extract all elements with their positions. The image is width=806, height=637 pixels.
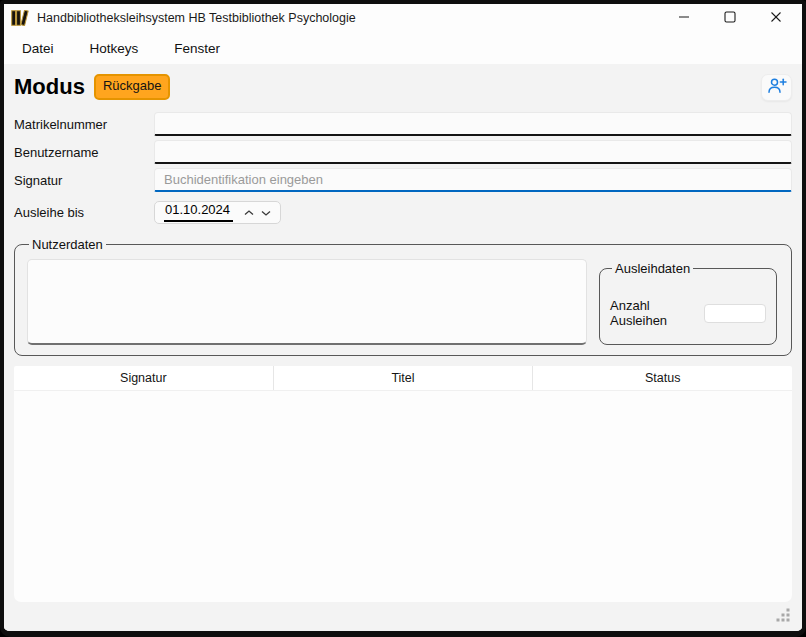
main-content: Modus Rückgabe Matrikelnummer Benutzerna [4, 64, 802, 602]
mode-badge[interactable]: Rückgabe [94, 74, 171, 99]
chevron-down-icon [260, 205, 272, 220]
matrikelnummer-input[interactable] [154, 112, 792, 136]
anzahl-ausleihen-input[interactable] [704, 304, 766, 323]
anzahl-ausleihen-label: Anzahl Ausleihen [610, 298, 704, 328]
window-controls [674, 8, 786, 28]
nutzerdaten-body: Ausleihdaten Anzahl Ausleihen [27, 259, 779, 345]
anzahl-row: Anzahl Ausleihen [610, 298, 766, 328]
results-table-body [14, 391, 792, 602]
ausleihdaten-groupbox: Ausleihdaten Anzahl Ausleihen [599, 261, 777, 345]
column-header-signatur[interactable]: Signatur [14, 366, 274, 390]
nutzerdaten-groupbox: Nutzerdaten Ausleihdaten Anzahl Ausleihe… [14, 237, 792, 356]
matrikelnummer-row: Matrikelnummer [14, 112, 792, 136]
ausleihe-bis-date-spinner[interactable]: 01.10.2024 [154, 201, 281, 224]
nutzerdaten-textarea[interactable] [27, 259, 587, 345]
date-decrement-button[interactable] [258, 203, 274, 222]
chevron-up-icon [243, 205, 255, 220]
ausleihe-bis-row: Ausleihe bis 01.10.2024 [14, 200, 792, 224]
maximize-button[interactable] [720, 8, 740, 28]
results-table-header: Signatur Titel Status [14, 366, 792, 391]
resize-grip-icon[interactable] [776, 608, 790, 626]
add-user-button[interactable] [761, 74, 792, 101]
close-icon [770, 11, 782, 26]
date-value[interactable]: 01.10.2024 [164, 202, 233, 222]
statusbar [4, 602, 802, 631]
library-books-icon [11, 10, 29, 26]
column-header-status[interactable]: Status [533, 366, 792, 390]
close-button[interactable] [766, 8, 786, 28]
person-add-icon [767, 77, 787, 97]
ausleihdaten-legend: Ausleihdaten [612, 261, 693, 276]
menu-item-hotkeys[interactable]: Hotkeys [80, 36, 149, 61]
matrikelnummer-label: Matrikelnummer [14, 117, 154, 132]
maximize-icon [724, 11, 736, 26]
benutzername-input[interactable] [154, 140, 792, 164]
mode-header-row: Modus Rückgabe [14, 72, 792, 102]
benutzername-row: Benutzername [14, 140, 792, 164]
page-title: Modus [14, 76, 85, 98]
date-increment-button[interactable] [241, 203, 257, 222]
signatur-label: Signatur [14, 173, 154, 188]
menubar: Datei Hotkeys Fenster [4, 32, 802, 64]
minimize-button[interactable] [674, 8, 694, 28]
menu-item-datei[interactable]: Datei [12, 36, 64, 61]
signatur-input[interactable] [154, 168, 792, 192]
app-window: Handbibliotheksleihsystem HB Testbibliot… [0, 0, 806, 637]
menu-item-fenster[interactable]: Fenster [164, 36, 230, 61]
titlebar: Handbibliotheksleihsystem HB Testbibliot… [4, 4, 802, 32]
benutzername-label: Benutzername [14, 145, 154, 160]
minimize-icon [678, 11, 690, 26]
window-title: Handbibliotheksleihsystem HB Testbibliot… [37, 11, 674, 25]
signatur-row: Signatur [14, 168, 792, 192]
ausleihe-bis-label: Ausleihe bis [14, 205, 154, 220]
column-header-titel[interactable]: Titel [274, 366, 534, 390]
nutzerdaten-legend: Nutzerdaten [29, 237, 106, 252]
